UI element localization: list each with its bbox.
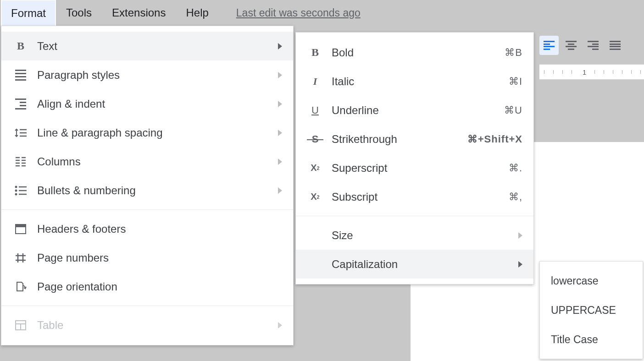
underline-icon: U — [309, 104, 322, 117]
submenu-arrow-icon — [278, 187, 282, 194]
format-page-numbers-label: Page numbers — [37, 252, 282, 264]
svg-point-12 — [15, 189, 17, 191]
text-underline-shortcut: ⌘U — [504, 104, 522, 116]
format-table-label: Table — [37, 319, 269, 332]
align-justify-icon — [610, 41, 621, 50]
menu-format[interactable]: Format — [1, 0, 56, 26]
format-dropdown: B Text Paragraph styles Align & indent L… — [1, 26, 294, 345]
cap-uppercase[interactable]: UPPERCASE — [540, 295, 643, 325]
format-paragraph-styles-label: Paragraph styles — [37, 69, 269, 82]
align-center-button[interactable] — [561, 36, 581, 55]
menu-separator — [1, 209, 293, 210]
align-left-button[interactable] — [539, 36, 559, 55]
text-size-label: Size — [332, 229, 509, 242]
submenu-arrow-icon — [278, 101, 282, 107]
text-strikethrough-shortcut: ⌘+Shift+X — [467, 133, 522, 145]
svg-rect-18 — [16, 224, 26, 227]
align-center-icon — [566, 41, 577, 50]
align-justify-button[interactable] — [605, 36, 625, 55]
text-strikethrough-label: Strikethrough — [332, 133, 458, 146]
ruler: 1 — [539, 64, 644, 80]
format-bullets-numbering[interactable]: Bullets & numbering — [1, 176, 293, 205]
format-bullets-numbering-label: Bullets & numbering — [37, 184, 269, 197]
text-italic-shortcut: ⌘I — [509, 76, 522, 88]
submenu-arrow-icon — [278, 72, 282, 78]
format-columns-label: Columns — [37, 155, 269, 168]
text-subscript-shortcut: ⌘, — [509, 191, 522, 203]
submenu-arrow-icon — [278, 130, 282, 136]
format-headers-footers-label: Headers & footers — [37, 223, 282, 235]
table-icon — [14, 319, 27, 332]
menu-extensions[interactable]: Extensions — [102, 0, 176, 27]
text-underline-label: Underline — [332, 104, 495, 117]
submenu-arrow-icon — [278, 159, 282, 165]
text-capitalization-label: Capitalization — [332, 258, 509, 271]
menu-extensions-label: Extensions — [112, 6, 166, 19]
svg-point-13 — [15, 193, 17, 195]
format-paragraph-styles[interactable]: Paragraph styles — [1, 60, 293, 89]
format-align-indent[interactable]: Align & indent — [1, 89, 293, 118]
page-orientation-icon — [14, 280, 27, 293]
blank-icon — [309, 229, 322, 242]
cap-titlecase[interactable]: Title Case — [540, 325, 643, 354]
toolbar-fragment — [539, 34, 625, 57]
format-page-orientation-label: Page orientation — [37, 280, 282, 293]
ruler-mark: 1 — [583, 68, 586, 76]
text-italic[interactable]: I Italic ⌘I — [296, 67, 533, 96]
format-align-indent-label: Align & indent — [37, 98, 269, 110]
blank-icon — [309, 258, 322, 271]
text-superscript[interactable]: X2 Superscript ⌘. — [296, 153, 533, 182]
text-subscript-label: Subscript — [332, 191, 500, 203]
format-text-label: Text — [37, 40, 269, 53]
submenu-arrow-icon — [278, 322, 282, 328]
menu-format-label: Format — [11, 7, 46, 20]
text-bold-shortcut: ⌘B — [505, 47, 522, 59]
menu-help-label: Help — [186, 6, 208, 19]
format-headers-footers[interactable]: Headers & footers — [1, 214, 293, 243]
italic-icon: I — [309, 75, 322, 88]
align-right-icon — [588, 41, 599, 50]
cap-titlecase-label: Title Case — [551, 334, 632, 346]
align-right-button[interactable] — [583, 36, 603, 55]
headers-footers-icon — [14, 223, 27, 235]
last-edit-link[interactable]: Last edit was seconds ago — [219, 7, 361, 19]
subscript-icon: X2 — [309, 191, 322, 203]
cap-lowercase-label: lowercase — [551, 275, 632, 287]
text-capitalization[interactable]: Capitalization — [296, 250, 533, 279]
columns-icon — [14, 155, 27, 168]
text-submenu: B Bold ⌘B I Italic ⌘I U Underline ⌘U S S… — [295, 32, 534, 284]
page-numbers-icon — [14, 252, 27, 264]
paragraph-styles-icon — [14, 69, 27, 82]
format-line-spacing-label: Line & paragraph spacing — [37, 126, 269, 139]
text-strikethrough[interactable]: S Strikethrough ⌘+Shift+X — [296, 125, 533, 153]
align-left-icon — [544, 41, 555, 50]
format-page-orientation[interactable]: Page orientation — [1, 272, 293, 301]
cap-lowercase[interactable]: lowercase — [540, 266, 643, 295]
format-columns[interactable]: Columns — [1, 147, 293, 176]
format-line-spacing[interactable]: Line & paragraph spacing — [1, 118, 293, 147]
strikethrough-icon: S — [309, 133, 322, 146]
svg-point-11 — [15, 186, 17, 188]
last-edit-label: Last edit was seconds ago — [236, 7, 361, 19]
submenu-arrow-icon — [518, 261, 522, 268]
superscript-icon: X2 — [309, 162, 322, 175]
text-underline[interactable]: U Underline ⌘U — [296, 96, 533, 125]
format-text[interactable]: B Text — [1, 32, 293, 60]
text-bold-label: Bold — [332, 46, 495, 59]
menu-help[interactable]: Help — [176, 0, 218, 27]
menu-tools[interactable]: Tools — [56, 0, 102, 27]
bold-icon: B — [14, 40, 27, 53]
bullets-numbering-icon — [14, 184, 27, 197]
cap-uppercase-label: UPPERCASE — [551, 304, 632, 317]
submenu-arrow-icon — [278, 43, 282, 49]
align-indent-icon — [14, 98, 27, 110]
bold-icon: B — [309, 46, 322, 59]
format-page-numbers[interactable]: Page numbers — [1, 243, 293, 272]
menu-separator — [1, 306, 293, 306]
text-bold[interactable]: B Bold ⌘B — [296, 38, 533, 67]
text-size[interactable]: Size — [296, 221, 533, 250]
text-superscript-shortcut: ⌘. — [509, 162, 522, 174]
text-superscript-label: Superscript — [332, 162, 500, 175]
text-subscript[interactable]: X2 Subscript ⌘, — [296, 182, 533, 211]
submenu-arrow-icon — [518, 232, 522, 239]
